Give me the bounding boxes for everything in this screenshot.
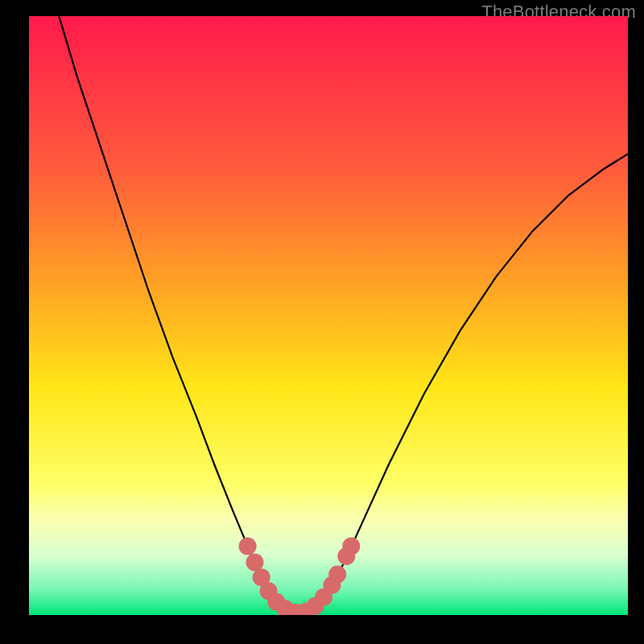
highlighted-bottom-dots-dot: [328, 565, 346, 583]
highlighted-bottom-dots-dot: [342, 537, 360, 555]
plot-area: [29, 16, 628, 615]
gradient-background: [29, 16, 628, 615]
highlighted-bottom-dots-dot: [239, 537, 257, 555]
chart-frame: TheBottleneck.com: [0, 0, 644, 644]
bottleneck-chart: [29, 16, 628, 615]
